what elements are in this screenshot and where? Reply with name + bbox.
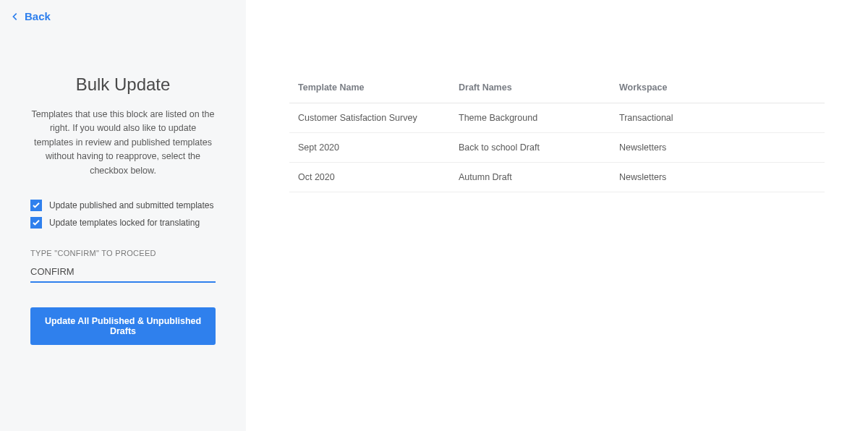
confirm-block: TYPE "CONFIRM" TO PROCEED — [30, 249, 216, 283]
check-icon — [33, 202, 40, 208]
cell-template-name: Oct 2020 — [298, 172, 459, 182]
templates-table: Template Name Draft Names Workspace Cust… — [289, 72, 825, 192]
cell-workspace: Newsletters — [619, 142, 816, 153]
chevron-left-icon — [12, 12, 19, 21]
cell-workspace: Transactional — [619, 113, 816, 123]
table-row: Oct 2020 Autumn Draft Newsletters — [289, 163, 825, 192]
checkbox-locked-label: Update templates locked for translating — [49, 218, 200, 228]
checkbox-locked[interactable] — [30, 217, 42, 229]
checkbox-row-locked: Update templates locked for translating — [30, 217, 216, 229]
checkbox-published[interactable] — [30, 200, 42, 211]
back-button[interactable]: Back — [0, 10, 246, 22]
sidebar: Back Bulk Update Templates that use this… — [0, 0, 246, 431]
checkbox-published-label: Update published and submitted templates — [49, 200, 213, 210]
cell-draft-names: Theme Background — [459, 113, 619, 123]
confirm-input[interactable] — [30, 263, 216, 283]
check-icon — [33, 220, 40, 226]
cell-workspace: Newsletters — [619, 172, 816, 182]
cell-template-name: Customer Satisfaction Survey — [298, 113, 459, 123]
table-row: Customer Satisfaction Survey Theme Backg… — [289, 103, 825, 133]
back-label: Back — [25, 10, 51, 22]
header-template-name: Template Name — [298, 82, 459, 93]
header-workspace: Workspace — [619, 82, 816, 93]
cell-template-name: Sept 2020 — [298, 142, 459, 153]
page-description: Templates that use this block are listed… — [30, 108, 216, 178]
page-title: Bulk Update — [30, 74, 216, 95]
confirm-label: TYPE "CONFIRM" TO PROCEED — [30, 249, 216, 257]
update-all-button[interactable]: Update All Published & Unpublished Draft… — [30, 307, 216, 345]
sidebar-content: Bulk Update Templates that use this bloc… — [0, 22, 246, 345]
cell-draft-names: Back to school Draft — [459, 142, 619, 153]
header-draft-names: Draft Names — [459, 82, 619, 93]
table-row: Sept 2020 Back to school Draft Newslette… — [289, 133, 825, 163]
cell-draft-names: Autumn Draft — [459, 172, 619, 182]
table-header: Template Name Draft Names Workspace — [289, 72, 825, 103]
checkbox-row-published: Update published and submitted templates — [30, 200, 216, 211]
main: Template Name Draft Names Workspace Cust… — [246, 0, 868, 431]
